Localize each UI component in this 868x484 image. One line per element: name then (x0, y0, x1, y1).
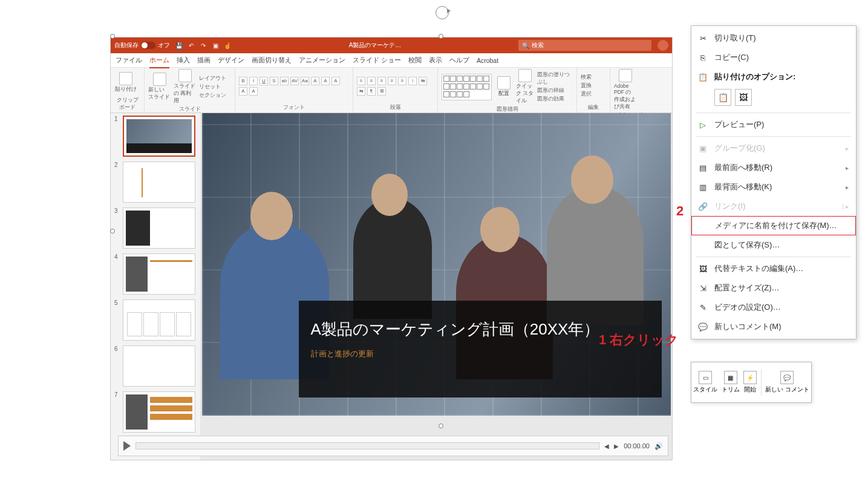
step-forward-button[interactable]: ▶ (614, 443, 619, 450)
undo-icon[interactable]: ↶ (187, 41, 195, 50)
group-adobe: Adobe PDF の 作成および共有 Adobe Acrobat (610, 68, 653, 113)
group-drawing: 配置 クイック スタイル 図形の塗りつぶし 図形の枠線 図形の効果 図形描画 (438, 68, 577, 113)
ctx-size-position[interactable]: ⇲配置とサイズ(Z)… (691, 278, 856, 298)
toggle-icon (141, 42, 155, 49)
start-button[interactable]: ⚡開始 (743, 371, 757, 394)
select-button[interactable]: 選択 (581, 91, 592, 98)
ctx-new-comment[interactable]: 💬新しいコメント(M) (691, 317, 856, 336)
reuse-slide-button[interactable]: スライドの 再利用 (174, 69, 197, 105)
slide-thumb-1[interactable]: 1 (114, 116, 197, 157)
powerpoint-window: 自動保存 オフ 💾 ↶ ↷ ▣ ☝ A製品のマーケテ… 🔍 検索 ファイル ホー… (110, 37, 673, 460)
search-icon: 🔍 (522, 42, 529, 49)
tab-acrobat[interactable]: Acrobat (477, 57, 498, 64)
step-back-button[interactable]: ◀ (604, 443, 609, 450)
paste-keep-source[interactable]: 📋 (714, 89, 731, 106)
rotate-handle[interactable] (436, 6, 449, 19)
blank-icon (698, 220, 709, 231)
selection-handle[interactable] (439, 34, 443, 39)
slide-thumb-2[interactable]: 2 (114, 162, 197, 203)
volume-icon[interactable]: 🔊 (654, 442, 663, 450)
touch-icon[interactable]: ☝ (223, 41, 232, 50)
send-back-icon: ▥ (697, 182, 708, 192)
tab-review[interactable]: 校閲 (408, 56, 422, 65)
quickstyle-button[interactable]: クイック スタイル (516, 69, 535, 105)
size-icon: ⇲ (697, 283, 708, 293)
slide-title-box: A製品のマーケティング計画（20XX年） 計画と進捗の更新 (299, 301, 662, 397)
comment-icon: 💬 (780, 371, 794, 384)
adobe-pdf-button[interactable]: Adobe PDF の 作成および共有 (614, 69, 637, 111)
group-slides: 新しい スライド スライドの 再利用 レイアウト リセット セクション スライド (145, 68, 235, 113)
slide-thumb-6[interactable]: 6 (114, 345, 197, 387)
tab-insert[interactable]: 挿入 (177, 56, 190, 65)
search-box[interactable]: 🔍 検索 (518, 40, 651, 51)
replace-button[interactable]: 置換 (581, 82, 592, 90)
search-placeholder: 検索 (532, 41, 544, 50)
style-button[interactable]: ▭スタイル (693, 371, 717, 394)
tab-view[interactable]: 表示 (429, 56, 442, 65)
arrange-button[interactable]: 配置 (494, 76, 513, 97)
tab-help[interactable]: ヘルプ (449, 56, 469, 65)
tab-transitions[interactable]: 画面切り替え (252, 56, 292, 65)
section-button[interactable]: セクション (199, 92, 226, 99)
account-avatar[interactable] (658, 40, 668, 51)
autosave-label: 自動保存 (114, 41, 139, 50)
tab-animations[interactable]: アニメーション (299, 56, 345, 65)
slide-thumbnail-panel[interactable]: 1 2 3 4 5 6 7 (111, 113, 200, 460)
play-button[interactable] (123, 441, 131, 451)
layout-button[interactable]: レイアウト (199, 75, 226, 82)
shapes-gallery[interactable] (442, 74, 492, 100)
selection-handle[interactable] (110, 34, 115, 39)
copy-icon: ⎘ (697, 52, 708, 63)
shape-outline[interactable]: 図形の枠線 (537, 87, 573, 94)
font-controls[interactable]: BIUSabAVAaAAAAA (239, 77, 342, 96)
save-icon[interactable]: 💾 (175, 41, 183, 50)
ctx-send-back[interactable]: ▥最背面へ移動(K)▸ (691, 177, 856, 197)
redo-icon[interactable]: ↷ (199, 41, 207, 50)
tab-file[interactable]: ファイル (116, 56, 142, 65)
link-icon: 🔗 (697, 201, 708, 212)
ctx-save-picture[interactable]: 図として保存(S)… (691, 235, 856, 255)
slide-thumb-4[interactable]: 4 (114, 253, 197, 295)
ctx-alt-text[interactable]: 🖼代替テキストの編集(A)… (691, 259, 856, 278)
clipboard-icon (119, 72, 132, 85)
bring-front-icon: ▤ (697, 162, 708, 173)
alt-text-icon: 🖼 (697, 263, 708, 274)
group-icon: ▣ (697, 143, 708, 154)
slide-canvas[interactable]: A製品のマーケティング計画（20XX年） 計画と進捗の更新 (200, 113, 672, 460)
seek-track[interactable] (135, 442, 599, 450)
paragraph-controls[interactable]: ≡≡≡≡≡↕⇆⇆¶⊞ (357, 77, 434, 96)
ctx-video-format[interactable]: ✎ビデオの設定(O)… (691, 298, 856, 317)
autosave-toggle[interactable]: 自動保存 オフ (114, 41, 170, 50)
embedded-video[interactable]: A製品のマーケティング計画（20XX年） 計画と進捗の更新 (202, 113, 671, 416)
slide-thumb-5[interactable]: 5 (114, 299, 197, 341)
paste-picture[interactable]: 🖼 (735, 89, 752, 106)
shape-effects[interactable]: 図形の効果 (537, 96, 573, 103)
ctx-copy[interactable]: ⎘コピー(C) (691, 48, 856, 67)
tab-design[interactable]: デザイン (218, 56, 244, 65)
comment-icon: 💬 (697, 321, 708, 332)
selection-handle[interactable] (110, 229, 115, 234)
new-slide-button[interactable]: 新しい スライド (148, 73, 171, 101)
clipboard-icon: 📋 (697, 71, 708, 82)
start-icon: ⚡ (743, 371, 757, 384)
ctx-bring-front[interactable]: ▤最前面へ移動(R)▸ (691, 158, 856, 177)
start-icon[interactable]: ▣ (211, 41, 220, 50)
annotation-1: 1 右クリック (599, 331, 679, 349)
tab-home[interactable]: ホーム (149, 56, 169, 65)
tab-draw[interactable]: 描画 (197, 56, 210, 65)
find-button[interactable]: 検索 (581, 74, 592, 81)
reset-button[interactable]: リセット (199, 83, 226, 91)
slide-thumb-7[interactable]: 7 (114, 391, 197, 433)
paste-button[interactable]: 貼り付け (114, 72, 137, 93)
tab-slideshow[interactable]: スライド ショー (353, 56, 401, 65)
play-icon: ▷ (697, 119, 708, 130)
selection-handle[interactable] (439, 424, 443, 428)
ctx-save-media[interactable]: メディアに名前を付けて保存(M)… (691, 216, 856, 235)
style-icon: ▭ (699, 371, 712, 384)
ctx-preview[interactable]: ▷プレビュー(P) (691, 115, 856, 134)
new-comment-button[interactable]: 💬新しい コメント (765, 371, 809, 394)
shape-fill[interactable]: 図形の塗りつぶし (537, 71, 573, 86)
ctx-cut[interactable]: ✂切り取り(T) (691, 28, 856, 48)
slide-thumb-3[interactable]: 3 (114, 208, 197, 249)
trim-button[interactable]: ▦トリム (722, 371, 740, 394)
